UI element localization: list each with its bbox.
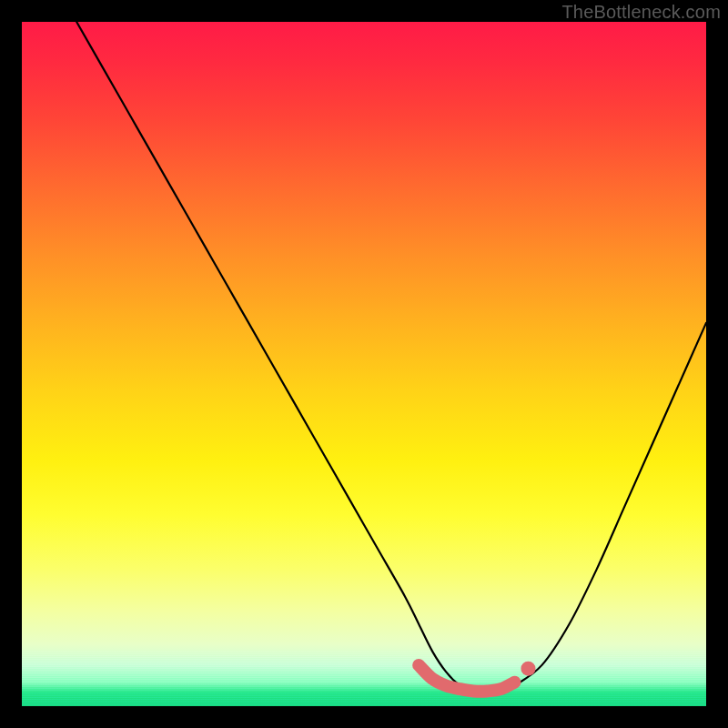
plot-area xyxy=(22,22,706,706)
chart-frame: TheBottleneck.com xyxy=(0,0,728,728)
curve-svg xyxy=(22,22,706,706)
valley-highlight-path xyxy=(419,665,514,692)
valley-end-dot xyxy=(521,662,535,676)
watermark-text: TheBottleneck.com xyxy=(561,2,721,23)
bottleneck-curve-path xyxy=(76,22,706,693)
